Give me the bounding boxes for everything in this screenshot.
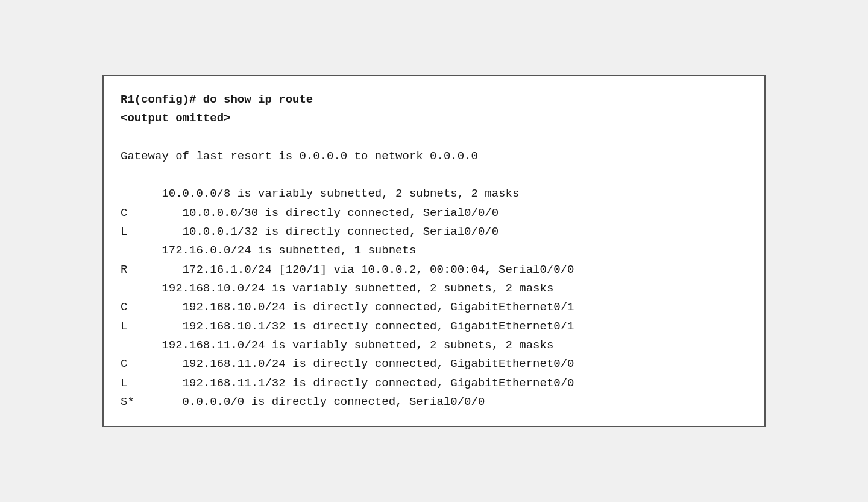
terminal-line-1: <output omitted> bbox=[121, 112, 230, 125]
terminal-line-15: L 192.168.11.1/32 is directly connected,… bbox=[121, 376, 574, 390]
terminal-line-14: C 192.168.11.0/24 is directly connected,… bbox=[121, 357, 574, 370]
terminal-line-7: L 10.0.0.1/32 is directly connected, Ser… bbox=[121, 225, 498, 238]
terminal-line-11: C 192.168.10.0/24 is directly connected,… bbox=[121, 300, 574, 314]
terminal-line-13: 192.168.11.0/24 is variably subnetted, 2… bbox=[121, 338, 553, 352]
terminal-line-6: C 10.0.0.0/30 is directly connected, Ser… bbox=[121, 206, 498, 220]
terminal-line-3: Gateway of last resort is 0.0.0.0 to net… bbox=[121, 150, 478, 163]
terminal-line-10: 192.168.10.0/24 is variably subnetted, 2… bbox=[121, 282, 553, 295]
terminal-line-5: 10.0.0.0/8 is variably subnetted, 2 subn… bbox=[121, 187, 519, 200]
terminal-line-16: S* 0.0.0.0/0 is directly connected, Seri… bbox=[121, 395, 485, 408]
terminal-container: R1(config)# do show ip route <output omi… bbox=[102, 75, 766, 428]
terminal-line-8: 172.16.0.0/24 is subnetted, 1 subnets bbox=[121, 244, 416, 257]
terminal-line-9: R 172.16.1.0/24 [120/1] via 10.0.0.2, 00… bbox=[121, 263, 574, 276]
terminal-line-12: L 192.168.10.1/32 is directly connected,… bbox=[121, 320, 574, 333]
terminal-output: R1(config)# do show ip route <output omi… bbox=[121, 91, 747, 412]
terminal-line-0: R1(config)# do show ip route bbox=[121, 93, 313, 106]
